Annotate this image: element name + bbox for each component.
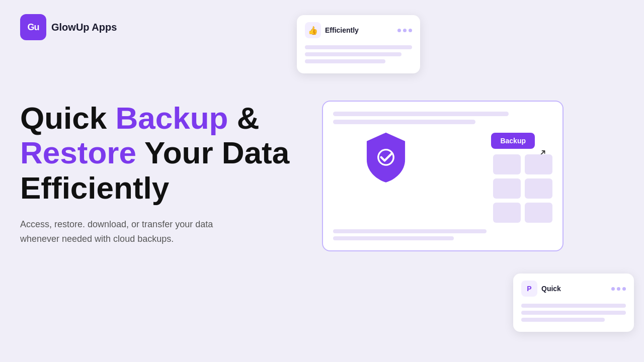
grid-cell-5 xyxy=(493,203,521,223)
grid-cell-3 xyxy=(493,178,521,199)
efficiently-line-1 xyxy=(305,45,412,49)
quick-dot-1 xyxy=(611,287,615,291)
efficiently-dots xyxy=(397,29,412,32)
logo-initials: Gu xyxy=(28,22,39,33)
card-grid xyxy=(493,154,552,223)
quick-lines xyxy=(521,304,626,322)
grid-cell-2 xyxy=(525,154,552,174)
card-efficiently-header-left: 👍 Efficiently xyxy=(305,22,359,38)
dot-1 xyxy=(397,29,401,32)
shield-area xyxy=(358,129,414,187)
bottom-line-1 xyxy=(333,229,487,233)
backup-button[interactable]: Backup xyxy=(491,133,535,149)
headline-backup: Backup xyxy=(116,101,228,135)
left-content: Quick Backup & Restore Your Data Efficie… xyxy=(20,101,289,246)
shield-svg xyxy=(358,129,414,185)
main-card: Backup ↗ xyxy=(322,101,564,251)
thumb-icon: 👍 xyxy=(308,26,318,35)
quick-dot-3 xyxy=(622,287,626,291)
dot-3 xyxy=(409,29,412,32)
main-line-2 xyxy=(333,120,475,124)
quick-line-2 xyxy=(521,311,626,315)
quick-dot-2 xyxy=(617,287,620,291)
grid-cell-6 xyxy=(525,203,552,223)
grid-cell-4 xyxy=(525,178,552,199)
efficiently-line-3 xyxy=(305,59,385,63)
headline-line2: Restore Your Data xyxy=(20,135,289,170)
subtitle: Access, restore. download, or transfer y… xyxy=(20,217,242,246)
quick-icon-box: P xyxy=(521,281,537,297)
quick-dots xyxy=(611,287,626,291)
card-quick: P Quick xyxy=(513,274,634,332)
efficiently-icon: 👍 xyxy=(305,22,321,38)
grid-cell-1 xyxy=(493,154,521,174)
brand-name: GlowUp Apps xyxy=(51,22,117,33)
card-quick-header-left: P Quick xyxy=(521,281,561,297)
dot-2 xyxy=(403,29,407,32)
card-quick-header: P Quick xyxy=(521,281,626,297)
main-card-bottom-lines xyxy=(333,229,552,240)
logo-box: Gu xyxy=(20,14,46,40)
quick-line-3 xyxy=(521,318,605,322)
headline-line3: Efficiently xyxy=(20,170,169,205)
quick-line-1 xyxy=(521,304,626,308)
main-line-1 xyxy=(333,112,509,116)
card-efficiently-header: 👍 Efficiently xyxy=(305,22,412,38)
headline-restore: Restore xyxy=(20,135,136,170)
header: Gu GlowUp Apps xyxy=(20,14,117,40)
quick-icon-letter: P xyxy=(527,285,531,293)
bottom-line-2 xyxy=(333,236,454,240)
illustration: 👍 Efficiently xyxy=(292,0,644,362)
quick-title: Quick xyxy=(541,285,561,293)
efficiently-line-2 xyxy=(305,52,401,56)
card-efficiently: 👍 Efficiently xyxy=(297,15,420,73)
main-card-top xyxy=(323,102,562,124)
headline-line1: Quick Backup & xyxy=(20,101,259,135)
efficiently-title: Efficiently xyxy=(325,26,359,34)
headline: Quick Backup & Restore Your Data Efficie… xyxy=(20,101,289,205)
